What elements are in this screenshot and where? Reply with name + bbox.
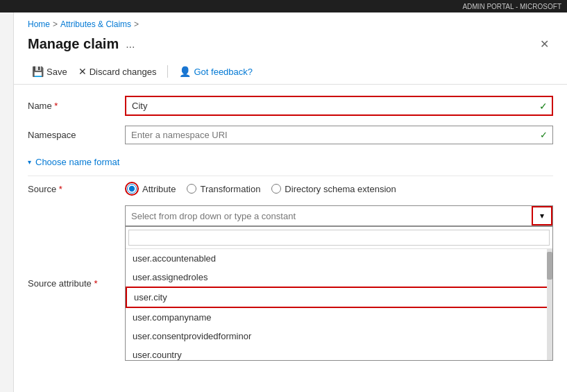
source-option-attribute[interactable]: Attribute bbox=[125, 182, 176, 196]
name-row: Name * ✓ bbox=[28, 96, 553, 116]
dropdown-item-4[interactable]: user.consentprovidedforminor bbox=[126, 327, 552, 346]
name-format-toggle[interactable]: ▾ Choose name format bbox=[28, 154, 553, 170]
feedback-button[interactable]: 👤 Got feedback? bbox=[175, 63, 257, 80]
dropdown-header: ▾ bbox=[125, 205, 553, 226]
attribute-radio[interactable] bbox=[127, 184, 137, 194]
save-button[interactable]: 💾 Save bbox=[28, 63, 71, 80]
name-input-wrap: ✓ bbox=[125, 96, 553, 116]
source-attr-label: Source attribute * bbox=[28, 278, 125, 289]
source-attr-dropdown-wrap: ▾ user.accountenabled user.assignedroles… bbox=[125, 205, 553, 361]
attribute-radio-label: Attribute bbox=[142, 184, 176, 194]
breadcrumb: Home > Attributes & Claims > bbox=[14, 12, 567, 33]
discard-icon: ✕ bbox=[78, 66, 87, 77]
directory-radio-label: Directory schema extension bbox=[285, 184, 396, 194]
ellipsis-menu[interactable]: ... bbox=[126, 38, 135, 51]
dropdown-search-input-top[interactable] bbox=[126, 207, 532, 225]
breadcrumb-sep2: > bbox=[134, 19, 139, 29]
name-check-icon: ✓ bbox=[539, 101, 548, 112]
source-option-directory[interactable]: Directory schema extension bbox=[271, 184, 396, 194]
scrollbar-thumb bbox=[547, 252, 552, 280]
dropdown-arrow-button[interactable]: ▾ bbox=[532, 206, 552, 225]
discard-label: Discard changes bbox=[90, 67, 157, 77]
main-content: Home > Attributes & Claims > Manage clai… bbox=[14, 12, 567, 392]
transformation-radio-label: Transformation bbox=[200, 184, 260, 194]
directory-radio[interactable] bbox=[271, 184, 281, 194]
dropdown-item-0[interactable]: user.accountenabled bbox=[126, 249, 552, 268]
breadcrumb-attributes[interactable]: Attributes & Claims bbox=[60, 19, 131, 29]
dropdown-list-wrap: user.accountenabled user.assignedroles u… bbox=[126, 249, 552, 360]
divider bbox=[28, 176, 553, 176]
name-label: Name * bbox=[28, 101, 125, 111]
form-area: Name * ✓ Namespace ✓ bbox=[14, 85, 567, 379]
namespace-input[interactable] bbox=[125, 126, 553, 144]
dropdown-item-3[interactable]: user.companyname bbox=[126, 308, 552, 327]
save-label: Save bbox=[46, 67, 67, 77]
source-attr-required: * bbox=[94, 278, 97, 289]
toolbar-separator bbox=[167, 65, 168, 78]
breadcrumb-sep1: > bbox=[53, 19, 58, 29]
chevron-icon: ▾ bbox=[28, 158, 31, 166]
name-format-row: ▾ Choose name format bbox=[28, 154, 553, 170]
toolbar: 💾 Save ✕ Discard changes 👤 Got feedback? bbox=[14, 59, 567, 85]
source-label: Source * bbox=[28, 184, 125, 194]
dropdown-filter-input[interactable] bbox=[128, 230, 550, 246]
top-bar-text: ADMIN PORTAL - MICROSOFT bbox=[462, 3, 561, 10]
scrollbar[interactable] bbox=[547, 249, 552, 360]
attribute-radio-highlight bbox=[125, 182, 139, 196]
discard-button[interactable]: ✕ Discard changes bbox=[74, 63, 161, 80]
close-button[interactable]: ✕ bbox=[536, 36, 553, 52]
source-attr-row: Source attribute * ▾ user.accountenabled bbox=[28, 205, 553, 361]
source-required: * bbox=[59, 184, 62, 194]
name-input[interactable] bbox=[125, 96, 553, 116]
source-row: Source * Attribute Transformation bbox=[28, 182, 553, 196]
dropdown-list: user.accountenabled user.assignedroles u… bbox=[126, 249, 552, 360]
namespace-wrap: ✓ bbox=[125, 126, 553, 144]
sidebar bbox=[0, 12, 14, 392]
name-required: * bbox=[54, 101, 58, 111]
dropdown-item-5[interactable]: user.country bbox=[126, 346, 552, 360]
source-radio-group: Attribute Transformation Directory schem… bbox=[125, 182, 396, 196]
namespace-input-wrap: ✓ bbox=[125, 126, 553, 144]
name-input-container: ✓ bbox=[125, 96, 553, 116]
source-option-transformation[interactable]: Transformation bbox=[187, 184, 260, 194]
breadcrumb-home[interactable]: Home bbox=[28, 19, 50, 29]
feedback-icon: 👤 bbox=[179, 66, 191, 77]
namespace-check-icon: ✓ bbox=[540, 130, 548, 140]
dropdown-item-2[interactable]: user.city bbox=[126, 287, 552, 308]
page-header: Manage claim ... ✕ bbox=[14, 33, 567, 59]
namespace-row: Namespace ✓ bbox=[28, 126, 553, 144]
name-format-label: Choose name format bbox=[35, 157, 119, 167]
transformation-radio[interactable] bbox=[187, 184, 196, 194]
dropdown-panel: user.accountenabled user.assignedroles u… bbox=[125, 226, 553, 361]
save-icon: 💾 bbox=[32, 66, 44, 77]
dropdown-item-1[interactable]: user.assignedroles bbox=[126, 268, 552, 287]
dropdown-search-wrap bbox=[126, 227, 552, 249]
page-title: Manage claim bbox=[28, 36, 119, 52]
feedback-label: Got feedback? bbox=[194, 67, 253, 77]
namespace-label: Namespace bbox=[28, 130, 125, 140]
